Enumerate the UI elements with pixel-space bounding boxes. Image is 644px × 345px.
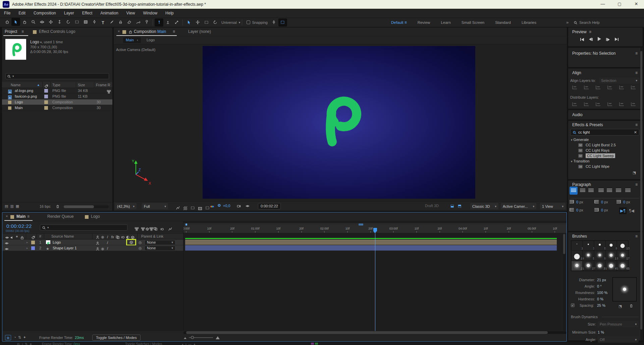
pixel-aspect-icon[interactable] (204, 204, 211, 212)
workspace-default[interactable]: Default ≡ (391, 18, 407, 27)
brush-preset-17-soft[interactable]: 17 (617, 251, 628, 261)
effect-item-CC-Light-Burst-2.5[interactable]: 32 CC Light Burst 2.5 (568, 142, 643, 148)
draft-icons[interactable]: ◔⇅✦ (14, 335, 28, 340)
effects-search-input[interactable]: cc light ✕ (570, 129, 639, 136)
draft-3d-icon[interactable] (141, 225, 149, 233)
orbit-camera-tool-icon[interactable] (38, 18, 46, 26)
pan-camera-tool-icon[interactable] (46, 18, 55, 26)
preview-panel-menu-icon[interactable]: ≡ (589, 30, 591, 34)
play-button[interactable] (598, 37, 601, 41)
motion-blur-icon[interactable] (158, 225, 166, 233)
camera-region-tool-icon[interactable] (72, 18, 81, 26)
paragraph-indent-field-2[interactable]: 0 px (594, 200, 608, 204)
brush-size-dropdown[interactable]: Pen Pressure▾ (598, 321, 639, 327)
workspace-review[interactable]: Review (418, 18, 430, 27)
sort-ascending-icon[interactable]: ▲ (37, 82, 40, 88)
project-row-Logo[interactable]: Logo Composition 30 (2, 99, 112, 105)
draft-3d-toggle[interactable]: Draft 3D (425, 204, 439, 208)
effect-item-CC-Light-Rays[interactable]: 32 CC Light Rays (568, 148, 643, 153)
menu-effect[interactable]: Effect (78, 9, 96, 17)
paragraph-align-button-2[interactable] (579, 187, 587, 195)
distribute-button-1[interactable] (570, 101, 579, 107)
close-tab-icon[interactable]: × (118, 29, 120, 33)
dir-ltr-button[interactable]: ▶¶ (619, 207, 627, 214)
viewer-option-icons[interactable] (174, 204, 211, 212)
last-frame-button[interactable] (615, 38, 619, 41)
label-swatch[interactable] (44, 100, 48, 104)
menu-layer[interactable]: Layer (60, 9, 78, 17)
tab-render-queue[interactable]: Render Queue (47, 214, 74, 219)
effect-item-CC-Light-Sweep[interactable]: 32 CC Light Sweep (568, 153, 643, 158)
preview-panel-title[interactable]: Preview (572, 30, 587, 34)
toggle-switches-button[interactable]: Toggle Switches / Modes (92, 335, 141, 341)
tab-layer[interactable]: Layer (none) (188, 29, 211, 34)
selection-mini-icon[interactable] (184, 18, 193, 27)
tab-composition[interactable]: Composition Main (134, 29, 166, 34)
timeline-hscrollbar[interactable] (183, 331, 567, 334)
align-panel-title[interactable]: Align (572, 70, 581, 75)
lock-icon[interactable] (128, 30, 132, 34)
marquee-mini-icon[interactable] (202, 18, 211, 27)
properties-panel-title[interactable]: Properties: No Selection (572, 51, 615, 56)
brush-preset-13[interactable]: 13 (617, 241, 628, 251)
layer-label-swatch[interactable] (31, 246, 35, 250)
align-button-3[interactable] (594, 84, 602, 91)
distribute-button-5[interactable] (617, 101, 626, 107)
paragraph-align-button-3[interactable] (587, 187, 595, 195)
workspace-learn[interactable]: Learn (441, 18, 450, 27)
breadcrumb[interactable]: Main ‹ (123, 37, 141, 43)
region-of-interest-icon[interactable] (196, 204, 204, 212)
align-button-5[interactable] (617, 84, 626, 91)
3d-axis-widget[interactable]: Y Z X (128, 158, 155, 189)
logo-artwork[interactable] (313, 92, 364, 150)
composition-mini-flowchart-icon[interactable] (132, 225, 141, 233)
timeline-panel-menu-icon[interactable]: ≡ (27, 214, 30, 219)
previous-frame-button[interactable] (589, 38, 593, 41)
puppet-pin-tool-icon[interactable] (142, 18, 151, 26)
workspace-overflow-button[interactable]: » (566, 18, 569, 27)
paragraph-align-button-7[interactable] (624, 187, 632, 195)
align-to-dropdown[interactable]: Selection▾ (599, 78, 639, 84)
mask-visibility-icon[interactable] (189, 204, 196, 212)
view-layout-dropdown[interactable]: 1 View▾ (540, 203, 566, 209)
brush-angle-dropdown[interactable]: Off▾ (598, 336, 639, 343)
brush-preset-9-soft[interactable]: 9 (594, 251, 605, 261)
zoom-tool-icon[interactable] (29, 18, 38, 26)
paragraph-indent-field-5[interactable]: 0 px (594, 208, 608, 212)
parent-dropdown[interactable]: None▾ (145, 246, 175, 251)
playhead-handle[interactable] (373, 228, 377, 233)
align-button-1[interactable] (570, 84, 579, 91)
align-button-6[interactable] (629, 84, 638, 91)
comp-panel-menu-icon[interactable]: ≡ (173, 29, 175, 34)
playhead-line[interactable] (375, 233, 375, 331)
brush-setting-value[interactable]: 0 ° (597, 284, 602, 288)
tab-project[interactable]: Project (5, 29, 17, 34)
hand-tool-icon[interactable] (20, 18, 29, 26)
tab-timeline-main[interactable]: Main (16, 214, 25, 219)
project-panel-menu-icon[interactable]: ≡ (21, 29, 24, 34)
brush-preset-35-soft[interactable]: 35 (594, 261, 605, 271)
project-hscrollbar[interactable] (64, 205, 109, 208)
selected-item-name[interactable]: Logo (30, 40, 39, 44)
brush-preset-45-soft[interactable]: 45 (605, 261, 617, 271)
align-panel-menu-icon[interactable]: ≡ (635, 70, 638, 75)
composition-canvas[interactable] (203, 46, 475, 199)
brushes-panel-title[interactable]: Brushes (572, 234, 587, 239)
workspace-small-screen[interactable]: Small Screen (462, 18, 484, 27)
brush-preset-21-soft[interactable]: 21 (571, 261, 583, 271)
menu-composition[interactable]: Composition (30, 9, 60, 17)
trash-icon[interactable] (56, 204, 60, 208)
snapping-label[interactable]: Snapping (252, 20, 268, 24)
rectangle-tool-icon[interactable] (81, 18, 90, 26)
dolly-camera-tool-icon[interactable] (55, 18, 64, 26)
timeline-layer-row-Logo[interactable]: ▸ 1 Logo / ◎ None▾ (2, 240, 183, 245)
brush-preset-5-soft[interactable]: 5 (583, 251, 594, 261)
paragraph-panel-title[interactable]: Paragraph (572, 182, 591, 187)
home-icon[interactable] (3, 18, 11, 26)
project-table-header[interactable]: Name ▲ Type Size Frame R (2, 82, 112, 88)
effect-item-CC-Light-Wipe[interactable]: 16 CC Light Wipe (568, 164, 643, 169)
safe-margins-icon[interactable] (174, 204, 181, 212)
brush-setting-value[interactable]: 100 % (597, 291, 607, 295)
layer-name[interactable]: Logo (53, 240, 61, 245)
timeline-zoom-knob[interactable] (191, 336, 194, 339)
